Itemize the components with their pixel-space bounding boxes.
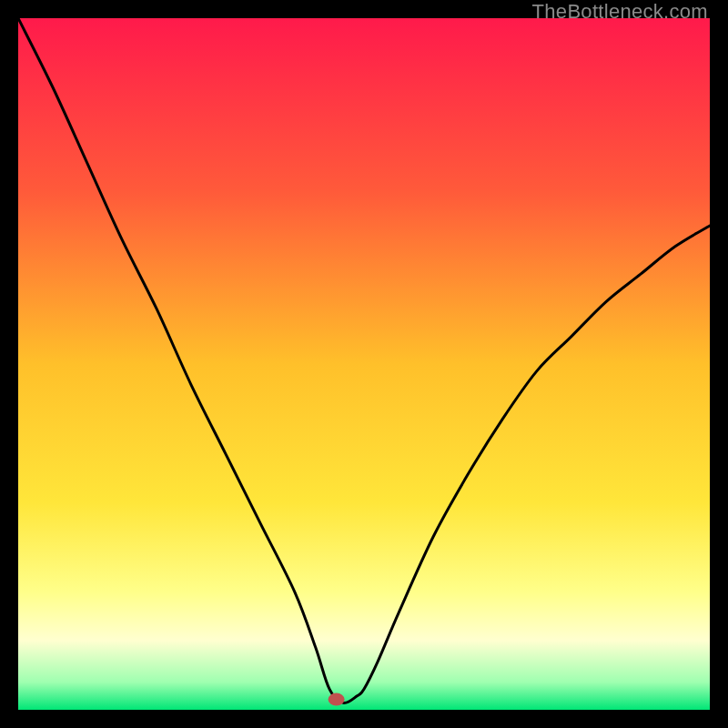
outer-frame: TheBottleneck.com (0, 0, 728, 728)
chart-svg (18, 18, 710, 710)
chart-plot-area (18, 18, 710, 710)
chart-background-gradient (18, 18, 710, 710)
bottleneck-marker (329, 693, 345, 706)
